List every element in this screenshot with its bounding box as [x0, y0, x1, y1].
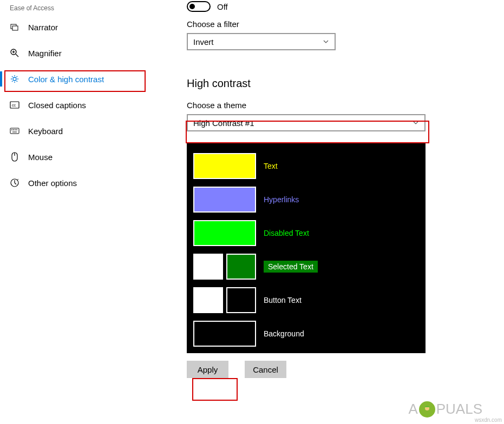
swatch-row-background: Background	[193, 321, 419, 347]
swatch-label-text: Text	[264, 162, 278, 170]
button-row: Apply Cancel	[187, 361, 490, 378]
high-contrast-heading: High contrast	[187, 77, 490, 90]
swatch-label-disabled-text: Disabled Text	[264, 229, 309, 237]
filter-dropdown-value: Invert	[193, 37, 214, 47]
svg-text:cc: cc	[12, 103, 16, 107]
swatch-label-hyperlinks: Hyperlinks	[264, 195, 299, 204]
svg-rect-1	[12, 26, 18, 30]
sidebar-item-other-options[interactable]: Other options	[0, 172, 152, 194]
sidebar-item-label: Other options	[28, 178, 77, 188]
chevron-down-icon	[323, 38, 329, 45]
swatch-row-text: Text	[193, 153, 419, 179]
brand-logo: A PUALS	[408, 401, 482, 418]
filter-dropdown[interactable]: Invert	[187, 33, 336, 50]
svg-point-19	[14, 130, 14, 130]
swatch-row-selected-text: Selected Text	[193, 254, 419, 280]
sidebar-item-narrator[interactable]: Narrator	[0, 16, 152, 38]
sidebar: Ease of Access Narrator Magnifier Color …	[0, 0, 152, 198]
svg-line-14	[17, 76, 18, 77]
svg-point-21	[17, 130, 17, 130]
main-content: Off Choose a filter Invert High contrast…	[187, 0, 490, 378]
svg-point-6	[13, 77, 16, 81]
toggle-state-label: Off	[217, 2, 228, 11]
magnifier-icon	[10, 48, 19, 58]
svg-line-3	[16, 54, 18, 57]
other-options-icon	[10, 178, 19, 188]
sidebar-title: Ease of Access	[0, 1, 152, 16]
brand-logo-icon	[419, 401, 435, 418]
theme-dropdown[interactable]: High Contrast #1	[187, 114, 426, 131]
narrator-icon	[10, 22, 19, 32]
swatch-selected-text-bg[interactable]	[226, 254, 256, 280]
closed-captions-icon: cc	[10, 100, 19, 110]
sidebar-item-label: Closed captions	[28, 101, 86, 110]
svg-line-11	[12, 76, 13, 77]
swatch-row-hyperlinks: Hyperlinks	[193, 187, 419, 213]
sidebar-item-label: Magnifier	[28, 49, 62, 58]
sidebar-item-keyboard[interactable]: Keyboard	[0, 120, 152, 142]
toggle-knob	[189, 4, 195, 9]
theme-dropdown-value: High Contrast #1	[193, 118, 254, 128]
chevron-down-icon	[413, 120, 419, 126]
swatch-label-background: Background	[264, 329, 304, 338]
svg-point-18	[12, 130, 12, 130]
annotation-highlight-apply-button	[192, 378, 238, 401]
sidebar-item-closed-captions[interactable]: cc Closed captions	[0, 94, 152, 116]
color-filter-toggle-row: Off	[187, 0, 490, 19]
swatch-label-selected-text: Selected Text	[264, 261, 318, 273]
sidebar-item-color-high-contrast[interactable]: Color & high contrast	[0, 68, 152, 90]
active-indicator	[0, 71, 2, 87]
swatch-text[interactable]	[193, 153, 256, 179]
swatch-row-disabled-text: Disabled Text	[193, 220, 419, 246]
sidebar-item-label: Color & high contrast	[28, 75, 104, 84]
sidebar-item-label: Mouse	[28, 153, 53, 162]
color-filter-toggle[interactable]	[187, 1, 211, 12]
svg-point-20	[15, 130, 16, 130]
mouse-icon	[10, 152, 19, 162]
swatch-button-text-fg[interactable]	[193, 287, 223, 313]
swatch-label-button-text: Button Text	[264, 296, 302, 304]
sidebar-item-label: Narrator	[28, 23, 58, 32]
brightness-icon	[10, 74, 19, 84]
swatch-row-button-text: Button Text	[193, 287, 419, 313]
swatch-disabled-text[interactable]	[193, 220, 256, 246]
swatch-background[interactable]	[193, 321, 256, 347]
swatch-button-text-bg[interactable]	[226, 287, 256, 313]
keyboard-icon	[10, 126, 19, 136]
apply-button[interactable]: Apply	[187, 361, 228, 378]
sidebar-item-mouse[interactable]: Mouse	[0, 146, 152, 168]
high-contrast-preview: Text Hyperlinks Disabled Text Selected T…	[187, 143, 426, 353]
svg-rect-17	[10, 128, 19, 134]
url-watermark: wsxdn.com	[475, 417, 502, 423]
cancel-button[interactable]: Cancel	[245, 361, 286, 378]
svg-line-12	[17, 81, 18, 82]
sidebar-item-label: Keyboard	[28, 127, 63, 136]
sidebar-item-magnifier[interactable]: Magnifier	[0, 42, 152, 64]
swatch-hyperlinks[interactable]	[193, 187, 256, 213]
theme-label: Choose a theme	[187, 101, 490, 110]
svg-line-13	[12, 81, 13, 82]
swatch-selected-text-fg[interactable]	[193, 254, 223, 280]
filter-label: Choose a filter	[187, 19, 490, 29]
